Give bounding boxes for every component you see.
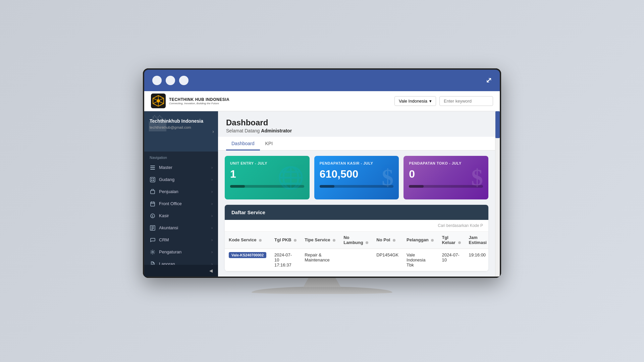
svg-rect-13 bbox=[151, 178, 152, 179]
sidebar-item-kasir[interactable]: $ Kasir › bbox=[144, 210, 218, 222]
svg-rect-17 bbox=[151, 190, 155, 194]
unit-entry-bar-fill bbox=[230, 185, 245, 188]
kpi-card-pendapatan-toko: PENDAPATAN TOKO - July 0 $ bbox=[404, 156, 488, 199]
col-tgl-pkb[interactable]: Tgl PKB bbox=[270, 232, 301, 249]
sort-icon-tgl-keluar bbox=[458, 241, 461, 244]
front-office-chevron: › bbox=[211, 201, 213, 206]
company-selector[interactable]: Vale Indonesia ▾ bbox=[394, 96, 436, 106]
tv-window-controls bbox=[152, 76, 189, 85]
pendapatan-kasir-bg-icon: $ bbox=[382, 164, 393, 191]
service-table: Kode Service Tgl PKB Tipe Service bbox=[225, 232, 488, 271]
tv-dot-1 bbox=[152, 76, 162, 85]
akuntansi-label: Akuntansi bbox=[159, 225, 208, 230]
tab-kpi[interactable]: KPI bbox=[260, 137, 278, 150]
svg-rect-22 bbox=[151, 227, 154, 227]
akuntansi-chevron: › bbox=[211, 226, 213, 230]
col-tipe-service[interactable]: Tipe Service bbox=[301, 232, 339, 249]
service-search-hint: Cari berdasarkan Kode P bbox=[438, 223, 483, 228]
sidebar-collapse-button[interactable]: ◀ bbox=[144, 265, 218, 277]
col-jam-estimasi[interactable]: JamEstimasi bbox=[465, 232, 489, 249]
cell-jam-estimasi: 19:16:00 bbox=[465, 249, 489, 271]
sidebar-item-akuntansi[interactable]: Akuntansi › bbox=[144, 222, 218, 234]
svg-rect-11 bbox=[150, 169, 155, 170]
profile-chevron[interactable]: › bbox=[212, 129, 214, 134]
cell-tgl-keluar: 2024-07-10 bbox=[438, 249, 465, 271]
page-subtitle: Selamat Datang Administrator bbox=[226, 128, 487, 133]
expand-icon[interactable]: ⤢ bbox=[486, 76, 492, 85]
tv-stand bbox=[252, 278, 392, 294]
pendapatan-toko-bar-fill bbox=[409, 185, 424, 188]
master-icon bbox=[150, 165, 156, 171]
akuntansi-icon bbox=[150, 225, 156, 231]
sidebar: Techthinkhub Indonesia techthinkhub@gmai… bbox=[144, 111, 218, 277]
svg-text:$: $ bbox=[152, 215, 153, 218]
tv-dot-2 bbox=[166, 76, 175, 85]
sidebar-item-gudang[interactable]: Gudang › bbox=[144, 174, 218, 186]
sidebar-profile: Techthinkhub Indonesia techthinkhub@gmai… bbox=[144, 111, 218, 152]
page-header: Dashboard Selamat Datang Administrator bbox=[218, 111, 495, 137]
col-no-pol[interactable]: No Pol bbox=[372, 232, 402, 249]
svg-rect-18 bbox=[151, 202, 155, 206]
sort-icon-lambung bbox=[366, 241, 368, 244]
sidebar-item-master[interactable]: Master › bbox=[144, 162, 218, 174]
front-office-label: Front Office bbox=[159, 201, 208, 206]
svg-rect-15 bbox=[151, 180, 152, 181]
scrollbar-thumb[interactable] bbox=[495, 111, 500, 138]
sort-icon-kode bbox=[259, 239, 262, 242]
svg-rect-9 bbox=[150, 166, 155, 166]
unit-entry-bg-icon: 🌐 bbox=[277, 165, 304, 190]
service-table-toolbar: Cari berdasarkan Kode P bbox=[225, 220, 488, 232]
main-layout: Techthinkhub Indonesia techthinkhub@gmai… bbox=[144, 111, 500, 277]
svg-rect-23 bbox=[151, 228, 154, 229]
tv-neck bbox=[295, 278, 349, 287]
logo-subtitle: Connecting, Inovation, Building the Futu… bbox=[169, 102, 229, 105]
sidebar-item-penjualan[interactable]: Penjualan › bbox=[144, 186, 218, 198]
gudang-label: Gudang bbox=[159, 177, 208, 182]
sidebar-item-crm[interactable]: CRM › bbox=[144, 234, 218, 246]
kasir-icon: $ bbox=[150, 213, 156, 219]
kasir-label: Kasir bbox=[159, 213, 208, 218]
cell-pelanggan: ValeIndonesia Tbk bbox=[402, 249, 438, 271]
top-navbar: TECHTHINK HUB INDONESIA Connecting, Inov… bbox=[144, 91, 500, 111]
company-dropdown-icon: ▾ bbox=[429, 99, 432, 104]
penjualan-label: Penjualan bbox=[159, 189, 208, 194]
front-office-icon bbox=[150, 201, 156, 207]
search-input[interactable] bbox=[439, 96, 493, 106]
svg-rect-16 bbox=[153, 180, 154, 181]
sort-icon-tipe bbox=[333, 239, 335, 242]
svg-rect-12 bbox=[150, 177, 155, 182]
cell-no-pol: DP1454GK bbox=[372, 249, 402, 271]
table-row: Vale-KS240700002 2024-07-1017:16:37 Repa… bbox=[225, 249, 488, 271]
kasir-chevron: › bbox=[211, 214, 213, 218]
kpi-section: UNIT ENTRY - July 1 🌐 PENDAPATAN KASIR -… bbox=[218, 150, 495, 205]
svg-point-2 bbox=[157, 99, 160, 103]
service-code-badge[interactable]: Vale-KS240700002 bbox=[229, 252, 266, 258]
crm-icon bbox=[150, 237, 156, 243]
svg-rect-24 bbox=[151, 229, 153, 230]
gudang-chevron: › bbox=[211, 177, 213, 182]
table-header-row: Kode Service Tgl PKB Tipe Service bbox=[225, 232, 488, 249]
scrollbar-track[interactable] bbox=[495, 111, 500, 277]
logo-icon bbox=[151, 94, 166, 108]
col-no-lambung[interactable]: NoLambung bbox=[339, 232, 372, 249]
sidebar-item-pengaturan[interactable]: Pengaturan › bbox=[144, 246, 218, 258]
sort-icon-tgl-pkb bbox=[294, 239, 297, 242]
pengaturan-label: Pengaturan bbox=[159, 249, 208, 254]
col-pelanggan[interactable]: Pelanggan bbox=[402, 232, 438, 249]
profile-name: Techthinkhub Indonesia bbox=[150, 118, 213, 124]
crm-label: CRM bbox=[159, 237, 208, 242]
col-kode-service[interactable]: Kode Service bbox=[225, 232, 270, 249]
subtitle-bold: Administrator bbox=[261, 128, 292, 133]
col-tgl-keluar[interactable]: TglKeluar bbox=[438, 232, 465, 249]
penjualan-chevron: › bbox=[211, 189, 213, 194]
logo-text: TECHTHINK HUB INDONESIA Connecting, Inov… bbox=[169, 97, 229, 105]
sidebar-item-front-office[interactable]: Front Office › bbox=[144, 198, 218, 210]
tab-dashboard[interactable]: Dashboard bbox=[226, 137, 260, 150]
tv-dot-3 bbox=[179, 76, 189, 85]
nav-label: Navigation bbox=[144, 152, 218, 162]
service-table-header: Daftar Service bbox=[225, 205, 488, 220]
content-area: Dashboard Selamat Datang Administrator D… bbox=[218, 111, 495, 277]
subtitle-prefix: Selamat Datang bbox=[226, 128, 261, 133]
sort-icon-pelanggan bbox=[431, 239, 434, 242]
master-chevron: › bbox=[211, 165, 213, 170]
